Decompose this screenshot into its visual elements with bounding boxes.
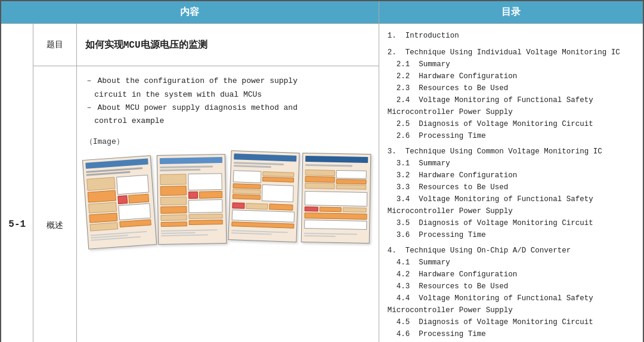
- toc-items: 1. Introduction 2. Technique Using Indiv…: [388, 30, 634, 342]
- toc-line-10: 3. Technique Using Common Voltage Monito…: [388, 146, 634, 158]
- doc-image-3: [228, 150, 299, 242]
- desc-line-2: circuit in the system with dual MCUs: [85, 88, 370, 101]
- desc-line-1: － About the configuration of the power s…: [85, 75, 370, 88]
- toc-content: 1. Introduction 2. Technique Using Indiv…: [379, 24, 643, 343]
- toc-line-13: 3.3 Resources to Be Used: [388, 181, 634, 193]
- toc-line-9: 2.6 Processing Time: [388, 130, 634, 142]
- document-images: [85, 152, 370, 247]
- image-section: （Image）: [85, 136, 370, 247]
- overview-content: － About the configuration of the power s…: [76, 66, 379, 342]
- doc-image-1: [82, 155, 157, 249]
- toc-line-3: 2.1 Summary: [388, 58, 634, 70]
- title-value: 如何实现MCU电源电压的监测: [76, 24, 379, 66]
- toc-line-1: 1. Introduction: [388, 30, 634, 42]
- toc-line-24: 4.5 Diagnosis of Voltage Monitoring Circ…: [388, 316, 634, 328]
- toc-line-11: 3.1 Summary: [388, 158, 634, 170]
- header-row: 内容 目录: [1, 1, 643, 24]
- content-header: 内容: [1, 1, 379, 24]
- toc-line-15: Microcontroller Power Supply: [388, 205, 634, 217]
- toc-line-2: 2. Technique Using Individual Voltage Mo…: [388, 47, 634, 58]
- toc-line-22: 4.4 Voltage Monitoring of Functional Saf…: [388, 292, 634, 304]
- overview-label: 概述: [33, 66, 76, 342]
- toc-line-12: 3.2 Hardware Configuration: [388, 170, 634, 181]
- toc-line-16: 3.5 Diagnosis of Voltage Monitoring Circ…: [388, 217, 634, 229]
- toc-header: 目录: [379, 1, 643, 24]
- toc-line-21: 4.3 Resources to Be Used: [388, 281, 634, 292]
- toc-line-19: 4.1 Summary: [388, 257, 634, 269]
- toc-line-8: 2.5 Diagnosis of Voltage Monitoring Circ…: [388, 118, 634, 130]
- toc-line-25: 4.6 Processing Time: [388, 328, 634, 340]
- row-number: 5-1: [1, 24, 33, 343]
- toc-line-18: 4. Technique Using On-Chip A/D Converter: [388, 245, 634, 257]
- toc-line-7: Microcontroller Power Supply: [388, 106, 634, 118]
- toc-line-20: 4.2 Hardware Configuration: [388, 269, 634, 281]
- toc-line-4: 2.2 Hardware Configuration: [388, 70, 634, 82]
- toc-line-17: 3.6 Processing Time: [388, 229, 634, 241]
- toc-line-6: 2.4 Voltage Monitoring of Functional Saf…: [388, 94, 634, 106]
- image-caption: （Image）: [85, 136, 370, 147]
- doc-image-2: [156, 154, 227, 245]
- desc-line-4: control example: [85, 115, 370, 128]
- desc-line-3: － About MCU power supply diagnosis metho…: [85, 101, 370, 115]
- toc-line-23: Microcontroller Power Supply: [388, 304, 634, 316]
- title-row: 5-1 题目 如何实现MCU电源电压的监测 1. Introduction 2.…: [1, 24, 643, 66]
- toc-line-14: 3.4 Voltage Monitoring of Functional Saf…: [388, 193, 634, 205]
- main-table: 内容 目录 5-1 题目 如何实现MCU电源电压的监测 1. Introduct…: [0, 0, 644, 342]
- toc-line-5: 2.3 Resources to Be Used: [388, 82, 634, 94]
- doc-image-4: [301, 153, 371, 244]
- title-label: 题目: [33, 24, 76, 66]
- description-block: － About the configuration of the power s…: [85, 75, 370, 127]
